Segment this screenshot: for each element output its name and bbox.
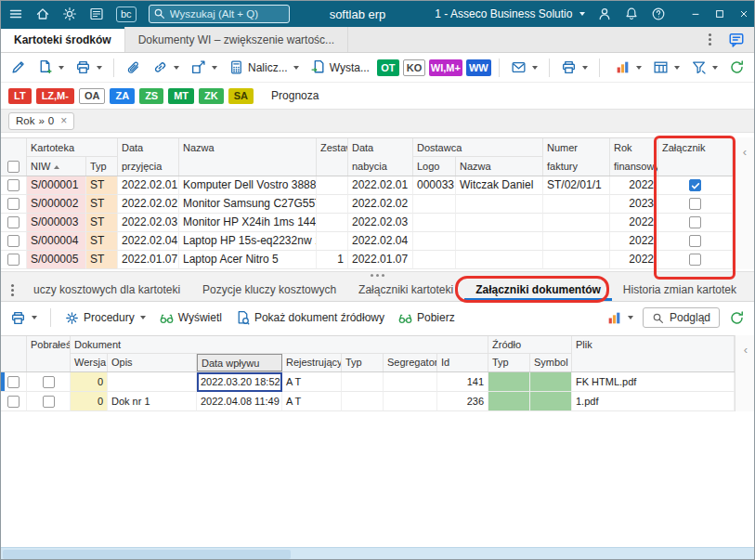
cell-data-nabycia[interactable]: 2022.02.04 bbox=[348, 232, 413, 251]
cell-zrodlo-typ[interactable] bbox=[488, 392, 530, 411]
cell-wersja[interactable]: 0 bbox=[71, 392, 108, 411]
cell-plik[interactable]: 1.pdf bbox=[572, 392, 735, 411]
row-select-cell[interactable] bbox=[1, 251, 27, 269]
column-header-symbol[interactable]: Symbol bbox=[530, 354, 572, 371]
cell-dostawca-nazwa[interactable] bbox=[456, 214, 543, 232]
cell-zestaw[interactable] bbox=[317, 232, 348, 251]
bc-module-badge[interactable]: bc bbox=[116, 7, 137, 22]
pane-tab-zalaczniki-kartoteki[interactable]: Załączniki kartoteki bbox=[347, 279, 464, 301]
cell-niw[interactable]: S/000004 bbox=[27, 232, 86, 251]
main-table-side-rail[interactable]: ‹ bbox=[733, 137, 755, 269]
row-checkbox[interactable] bbox=[7, 396, 20, 408]
column-header-zalacznik[interactable]: Załącznik bbox=[658, 138, 733, 176]
cell-pobrales[interactable] bbox=[27, 372, 71, 392]
cell-nazwa[interactable]: Laptop Acer Nitro 5 bbox=[179, 251, 317, 269]
column-header-segregator[interactable]: Segregator bbox=[384, 354, 437, 371]
print-detail-button[interactable] bbox=[7, 307, 41, 329]
cell-data-wplywu[interactable]: 2022.04.08 11:49 bbox=[197, 392, 282, 411]
doc-table-side-rail[interactable]: ‹ bbox=[735, 335, 755, 411]
doc-badge-wim[interactable]: WI,M+ bbox=[429, 59, 462, 76]
column-header-data-przyjecia[interactable]: Dataprzyjęcia bbox=[118, 138, 179, 176]
filter-badge-lzm[interactable]: LZ,M- bbox=[36, 88, 74, 104]
cell-zestaw[interactable] bbox=[317, 176, 348, 195]
tab-kartoteki-srodkow[interactable]: Kartoteki środków bbox=[1, 27, 125, 52]
cell-data-nabycia[interactable]: 2022.02.02 bbox=[348, 195, 413, 214]
horizontal-scrollbar[interactable] bbox=[1, 547, 754, 560]
zalacznik-checkbox[interactable] bbox=[689, 198, 701, 210]
cell-data-przyjecia[interactable]: 2022.01.07 bbox=[118, 251, 179, 269]
cell-wersja[interactable]: 0 bbox=[71, 372, 108, 392]
column-header-niw[interactable]: NIW bbox=[27, 157, 86, 176]
user-icon[interactable] bbox=[597, 7, 612, 21]
table-view-button[interactable] bbox=[649, 57, 683, 78]
pobrales-checkbox[interactable] bbox=[43, 396, 55, 408]
cell-data-przyjecia[interactable]: 2022.02.03 bbox=[118, 214, 179, 232]
filter-badge-lt[interactable]: LT bbox=[8, 88, 32, 104]
row-select-cell[interactable] bbox=[1, 214, 27, 232]
row-checkbox[interactable] bbox=[7, 198, 20, 210]
cell-data-nabycia[interactable]: 2022.02.01 bbox=[348, 176, 413, 195]
column-header-dostawca-nazwa[interactable]: Nazwa bbox=[456, 157, 543, 176]
filter-badge-mt[interactable]: MT bbox=[168, 88, 194, 104]
cell-nazwa[interactable]: Monitor Samsung C27G55T bbox=[179, 195, 317, 214]
cell-rok-finansowy[interactable]: 2022 bbox=[610, 214, 658, 232]
print-documents-button[interactable] bbox=[557, 57, 592, 78]
cell-typ[interactable]: ST bbox=[86, 195, 118, 214]
column-header-zrodlo-typ[interactable]: Typ bbox=[488, 354, 530, 371]
cell-zalacznik[interactable] bbox=[658, 195, 733, 214]
column-header-id[interactable]: Id bbox=[437, 354, 488, 371]
cell-nazwa[interactable]: Komputer Dell Vostro 3888 bbox=[179, 176, 317, 195]
column-header-rejestrujacy[interactable]: Rejestrujący bbox=[282, 354, 342, 371]
print-button[interactable] bbox=[72, 57, 106, 78]
cell-zestaw[interactable] bbox=[317, 195, 348, 214]
cell-niw[interactable]: S/000001 bbox=[27, 176, 86, 195]
doc-badge-ww[interactable]: WW bbox=[466, 59, 491, 76]
column-header-opis[interactable]: Opis bbox=[108, 354, 197, 371]
column-header-plik[interactable]: Plik bbox=[572, 336, 735, 371]
row-checkbox[interactable] bbox=[7, 235, 20, 247]
column-header-data-wplywu[interactable]: Data wpływu bbox=[197, 354, 282, 371]
cell-logo[interactable] bbox=[413, 195, 456, 214]
cell-dostawca-nazwa[interactable] bbox=[456, 195, 543, 214]
column-header-rok-finansowy[interactable]: Rokfinansowy bbox=[610, 138, 658, 176]
cell-data-nabycia[interactable]: 2022.01.07 bbox=[348, 251, 413, 269]
scrollbar-thumb[interactable] bbox=[3, 550, 291, 559]
column-header-pobrales[interactable]: Pobrałeś bbox=[27, 336, 71, 371]
filter-settings-button[interactable] bbox=[687, 57, 722, 78]
column-header-logo[interactable]: Logo bbox=[413, 157, 456, 176]
pane-splitter[interactable] bbox=[1, 271, 754, 279]
tabs-overflow-handle[interactable] bbox=[3, 279, 22, 301]
cell-plik[interactable]: FK HTML.pdf bbox=[572, 372, 735, 392]
cell-typ[interactable]: ST bbox=[86, 232, 118, 251]
cell-data-przyjecia[interactable]: 2022.02.01 bbox=[118, 176, 179, 195]
new-document-button[interactable] bbox=[33, 57, 68, 78]
pane-tab-klucze-kosztowe[interactable]: uczy kosztowych dla kartoteki bbox=[22, 279, 191, 301]
zalacznik-checkbox[interactable] bbox=[689, 235, 701, 247]
cell-rok-finansowy[interactable]: 2023 bbox=[610, 195, 658, 214]
refresh-button[interactable] bbox=[725, 57, 748, 78]
row-checkbox[interactable] bbox=[7, 254, 20, 266]
cell-typ[interactable]: ST bbox=[86, 176, 118, 195]
cell-niw[interactable]: S/000002 bbox=[27, 195, 86, 214]
row-select-cell[interactable] bbox=[1, 392, 27, 411]
row-checkbox[interactable] bbox=[7, 179, 20, 191]
wyswietl-button[interactable]: Wyświetl bbox=[155, 307, 226, 329]
link-button[interactable] bbox=[149, 57, 183, 78]
cell-zalacznik[interactable] bbox=[658, 251, 733, 269]
cell-numer-faktury[interactable] bbox=[543, 214, 610, 232]
cell-numer-faktury[interactable] bbox=[543, 251, 610, 269]
edit-button[interactable] bbox=[7, 57, 30, 78]
chip-close-icon[interactable]: × bbox=[60, 114, 67, 127]
cell-rejestrujacy[interactable]: A T bbox=[282, 392, 342, 411]
brightness-icon[interactable] bbox=[62, 7, 77, 21]
cell-rejestrujacy[interactable]: A T bbox=[282, 372, 342, 392]
row-checkbox[interactable] bbox=[7, 216, 20, 228]
search-input[interactable] bbox=[149, 5, 290, 23]
cell-nazwa[interactable]: Monitor HP X24ih 1ms 144H bbox=[179, 214, 317, 232]
pokaz-zrodlowy-button[interactable]: Pokaż dokument źródłowy bbox=[231, 307, 388, 329]
cell-dostawca-nazwa[interactable] bbox=[456, 251, 543, 269]
column-header-numer-faktury[interactable]: Numerfaktury bbox=[543, 138, 610, 176]
cell-segregator[interactable] bbox=[384, 392, 437, 411]
cell-typ[interactable] bbox=[342, 392, 384, 411]
chart-detail-button[interactable] bbox=[603, 307, 637, 329]
